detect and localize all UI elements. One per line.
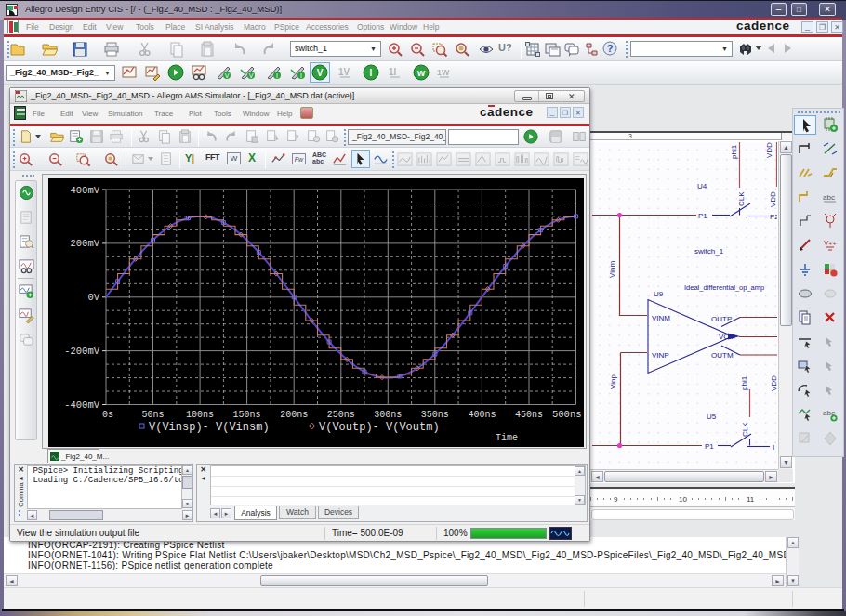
svg-text:9: 9 (614, 495, 618, 504)
svg-text:I: I (300, 72, 302, 79)
svg-text:VDD: VDD (765, 142, 773, 158)
svg-text:Time: Time (496, 433, 518, 443)
svg-text:CLK: CLK (741, 422, 749, 437)
svg-text:0V: 0V (87, 292, 99, 303)
svg-text:200ns: 200ns (280, 410, 308, 420)
svg-text:U4: U4 (697, 182, 707, 190)
svg-text:OUTM: OUTM (711, 351, 734, 360)
svg-text:11: 11 (747, 495, 755, 504)
svg-text:1V: 1V (338, 67, 350, 77)
svg-text:U9: U9 (654, 290, 664, 298)
svg-text:I: I (370, 68, 373, 78)
svg-text:W: W (417, 69, 426, 78)
svg-text:-400mV: -400mV (64, 400, 100, 411)
svg-text:V: V (249, 72, 254, 79)
svg-text:10: 10 (679, 495, 687, 504)
svg-text:0s: 0s (102, 410, 113, 420)
svg-text:200mV: 200mV (70, 238, 99, 249)
svg-text:Ideal_differential_op_amp: Ideal_differential_op_amp (684, 283, 764, 292)
svg-text:VDD: VDD (769, 191, 777, 207)
svg-text:500ns: 500ns (552, 409, 582, 420)
svg-text:V(Vinsp)- V(Vinsm): V(Vinsp)- V(Vinsm) (149, 421, 270, 434)
svg-text:?: ? (607, 43, 614, 54)
svg-text:VINM: VINM (652, 314, 670, 322)
svg-text:CLK: CLK (737, 191, 746, 206)
svg-text:I: I (773, 443, 774, 452)
svg-text:150ns: 150ns (233, 410, 261, 420)
svg-text:phi1: phi1 (740, 375, 748, 390)
svg-text:250ns: 250ns (327, 410, 355, 420)
svg-text:P1: P1 (705, 442, 714, 451)
svg-text:U5: U5 (707, 413, 717, 421)
svg-text:350ns: 350ns (421, 410, 449, 420)
svg-text:Vinp: Vinp (609, 374, 617, 389)
svg-text:phi1: phi1 (730, 144, 738, 159)
svg-text:300ns: 300ns (374, 410, 402, 420)
svg-text:V₊₊: V₊₊ (824, 239, 837, 247)
svg-text:OUTP: OUTP (711, 315, 732, 323)
svg-text:abc: abc (823, 193, 835, 202)
svg-text:400ns: 400ns (468, 410, 496, 420)
svg-text:I: I (276, 72, 278, 79)
svg-text:450ns: 450ns (515, 410, 543, 420)
svg-text:1W: 1W (437, 68, 450, 77)
svg-text:switch_1: switch_1 (694, 247, 724, 256)
svg-text:P1: P1 (698, 212, 707, 220)
svg-text:1I: 1I (389, 67, 397, 77)
svg-text:50ns: 50ns (141, 410, 164, 420)
svg-text:-200mV: -200mV (64, 346, 100, 357)
svg-text:100ns: 100ns (186, 410, 214, 420)
svg-text:400mV: 400mV (70, 185, 99, 196)
svg-text:P2: P2 (770, 213, 777, 221)
svg-text:V: V (225, 72, 230, 79)
svg-text:V(Voutp)- V(Voutm): V(Voutp)- V(Voutm) (319, 421, 440, 434)
svg-text:VDD: VDD (770, 375, 777, 391)
svg-text:VCM: VCM (719, 333, 735, 341)
svg-text:VINP: VINP (652, 351, 669, 360)
svg-text:Vinm: Vinm (608, 261, 616, 278)
svg-text:V: V (317, 68, 324, 78)
